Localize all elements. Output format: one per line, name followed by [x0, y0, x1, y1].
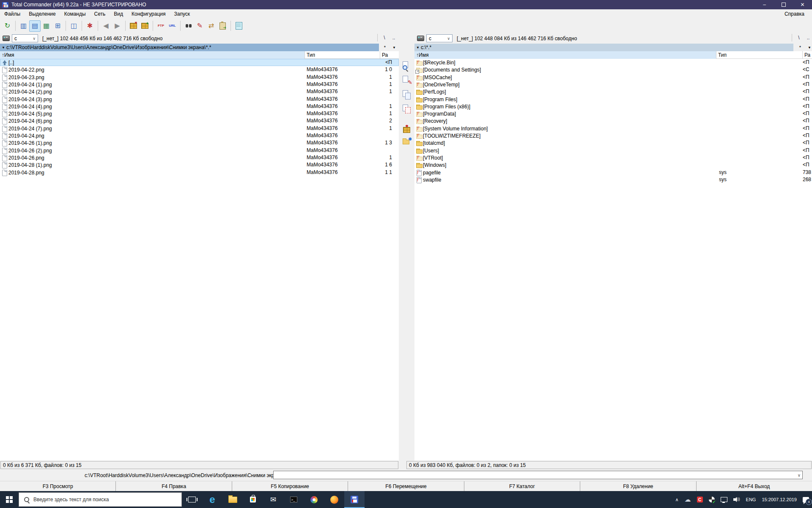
- notification-icon[interactable]: 4: [800, 491, 812, 508]
- left-header-size[interactable]: Ра: [380, 51, 388, 59]
- comodo-tray-icon[interactable]: C: [694, 491, 706, 508]
- left-header-type[interactable]: Тип: [305, 51, 380, 59]
- left-favorites-button[interactable]: *: [381, 44, 389, 51]
- file-row[interactable]: ![VTRoot]<П: [414, 154, 812, 161]
- unpack-icon[interactable]: ▲: [139, 20, 151, 32]
- function-key-f4[interactable]: F4 Правка: [116, 481, 232, 491]
- taskbar-app-mail[interactable]: ✉: [263, 491, 283, 508]
- minimize-button[interactable]: –: [755, 0, 774, 9]
- tree-view-icon[interactable]: ⊞: [52, 20, 63, 32]
- full-view-icon[interactable]: ▤: [29, 20, 41, 32]
- file-row[interactable]: ![System Volume Information]<П: [414, 125, 812, 132]
- notes-icon[interactable]: [233, 20, 244, 32]
- network-icon[interactable]: [718, 491, 730, 508]
- menu-item-6[interactable]: Запуск: [170, 9, 195, 19]
- file-row[interactable]: [Windows]<П: [414, 161, 812, 168]
- file-row[interactable]: 2019-04-24 (3).pngMaMo434376: [0, 96, 399, 103]
- language-indicator[interactable]: ENG: [743, 491, 759, 508]
- file-row[interactable]: 2019-04-24.pngMaMo434376: [0, 132, 399, 139]
- taskbar-app-store[interactable]: [243, 491, 263, 508]
- taskbar-app-firefox[interactable]: [324, 491, 344, 508]
- thumbnails-view-icon[interactable]: ▦: [41, 20, 52, 32]
- taskbar-app-paint[interactable]: [304, 491, 324, 508]
- file-row[interactable]: 2019-04-24 (6).pngMaMo4343762: [0, 117, 399, 124]
- copy-button[interactable]: [402, 89, 412, 99]
- restore-button[interactable]: [774, 0, 793, 9]
- file-row[interactable]: !pagefilesys738 1: [414, 169, 812, 176]
- multi-rename-icon[interactable]: ✎: [194, 20, 206, 32]
- file-row[interactable]: 2019-04-28 (1).pngMaMo4343761 6: [0, 161, 399, 168]
- edit-button[interactable]: ✎: [402, 75, 412, 85]
- file-row[interactable]: 2019-04-26.pngMaMo4343761: [0, 154, 399, 161]
- forward-icon[interactable]: ▶: [112, 20, 123, 32]
- left-path-bar[interactable]: ▼c:\VTRoot\HarddiskVolume3\Users\Алексан…: [0, 44, 379, 51]
- new-folder-button[interactable]: ✱: [402, 136, 412, 146]
- file-row[interactable]: 2019-04-24 (5).pngMaMo4343761: [0, 110, 399, 117]
- taskbar-app-explorer[interactable]: [222, 491, 243, 508]
- file-row[interactable]: [..]<П: [0, 59, 399, 66]
- right-drive-select[interactable]: c∨: [426, 34, 453, 42]
- right-favorites-button[interactable]: *: [796, 44, 804, 51]
- file-row[interactable]: 2019-04-22.pngMaMo4343761 0: [0, 66, 399, 73]
- start-button[interactable]: [0, 491, 19, 508]
- menu-item-2[interactable]: Команды: [60, 9, 90, 19]
- pack-icon[interactable]: ▼: [128, 20, 139, 32]
- function-key-alt-f4[interactable]: Alt+F4 Выход: [697, 481, 812, 491]
- taskbar-app-cmd[interactable]: >_: [283, 491, 304, 508]
- function-key-f6[interactable]: F6 Перемещение: [348, 481, 464, 491]
- ftp-connect-icon[interactable]: FTP: [155, 20, 167, 32]
- onedrive-cloud-icon[interactable]: ☁: [682, 491, 694, 508]
- file-row[interactable]: ↗[Documents and Settings]<С: [414, 66, 812, 73]
- right-header-type[interactable]: Тип: [716, 51, 803, 59]
- function-key-f8[interactable]: F8 Удаление: [580, 481, 696, 491]
- left-header-name[interactable]: ↑Имя: [0, 51, 305, 59]
- file-row[interactable]: 2019-04-24 (4).pngMaMo4343761: [0, 103, 399, 110]
- file-row[interactable]: ![ProgramData]<П: [414, 110, 812, 117]
- file-row[interactable]: !swapfilesys268 4: [414, 176, 812, 183]
- left-root-dir-button[interactable]: \: [381, 34, 388, 41]
- file-row[interactable]: 2019-04-26 (1).pngMaMo4343761 3: [0, 139, 399, 146]
- file-row[interactable]: [Users]<П: [414, 147, 812, 154]
- sync-dirs-icon[interactable]: ⇄: [206, 20, 217, 32]
- function-key-f5[interactable]: F5 Копирование: [232, 481, 348, 491]
- right-header-size[interactable]: Ра: [803, 51, 810, 59]
- search-icon[interactable]: [183, 20, 194, 32]
- show-all-files-icon[interactable]: ✱: [84, 20, 96, 32]
- speaker-icon[interactable]: ))): [730, 491, 743, 508]
- file-row[interactable]: 2019-04-26 (2).pngMaMo434376: [0, 147, 399, 154]
- file-row[interactable]: 2019-04-23.pngMaMo4343761: [0, 74, 399, 81]
- clock[interactable]: 15:2007.12.2019: [759, 491, 800, 508]
- function-key-f7[interactable]: F7 Каталог: [464, 481, 580, 491]
- close-button[interactable]: ✕: [793, 0, 812, 9]
- right-root-dir-button[interactable]: \: [795, 34, 803, 41]
- move-button[interactable]: [402, 104, 412, 114]
- tray-expand-icon[interactable]: ∧: [672, 491, 682, 508]
- right-history-button[interactable]: ▼: [805, 44, 812, 51]
- file-row[interactable]: 2019-04-24 (2).pngMaMo4343761: [0, 88, 399, 95]
- pack-button[interactable]: [402, 124, 412, 134]
- file-row[interactable]: [totalcmd]<П: [414, 139, 812, 146]
- quick-view-icon[interactable]: ◫: [68, 20, 80, 32]
- file-row[interactable]: ![$Recycle.Bin]<П: [414, 59, 812, 66]
- left-drive-select[interactable]: c∨: [12, 34, 38, 42]
- back-icon[interactable]: ◀: [100, 20, 112, 32]
- menu-item-5[interactable]: Конфигурация: [127, 9, 170, 19]
- taskbar-app-total-commander[interactable]: [344, 491, 365, 508]
- file-row[interactable]: 2019-04-24 (7).pngMaMo4343761: [0, 125, 399, 132]
- taskbar-search-input[interactable]: Введите здесь текст для поиска: [19, 492, 182, 507]
- file-row[interactable]: [PerfLogs]<П: [414, 88, 812, 95]
- ftp-url-icon[interactable]: URL: [167, 20, 178, 32]
- file-row[interactable]: 2019-04-28.pngMaMo4343761 1: [0, 169, 399, 176]
- file-row[interactable]: ![TOOLWIZTIMEFREEZE]<П: [414, 132, 812, 139]
- chevron-down-icon[interactable]: ∨: [798, 473, 801, 478]
- menu-item-0[interactable]: Файлы: [0, 9, 25, 19]
- refresh-icon[interactable]: ↻: [2, 20, 13, 32]
- left-parent-dir-button[interactable]: ..: [390, 34, 398, 41]
- command-line-input[interactable]: ∨: [273, 471, 803, 479]
- brief-view-icon[interactable]: ▥: [18, 20, 29, 32]
- file-row[interactable]: ![MSOCache]<П: [414, 74, 812, 81]
- right-parent-dir-button[interactable]: ..: [804, 34, 812, 41]
- menu-item-3[interactable]: Сеть: [90, 9, 110, 19]
- copy-clipboard-icon[interactable]: [217, 20, 228, 32]
- menu-item-4[interactable]: Вид: [110, 9, 127, 19]
